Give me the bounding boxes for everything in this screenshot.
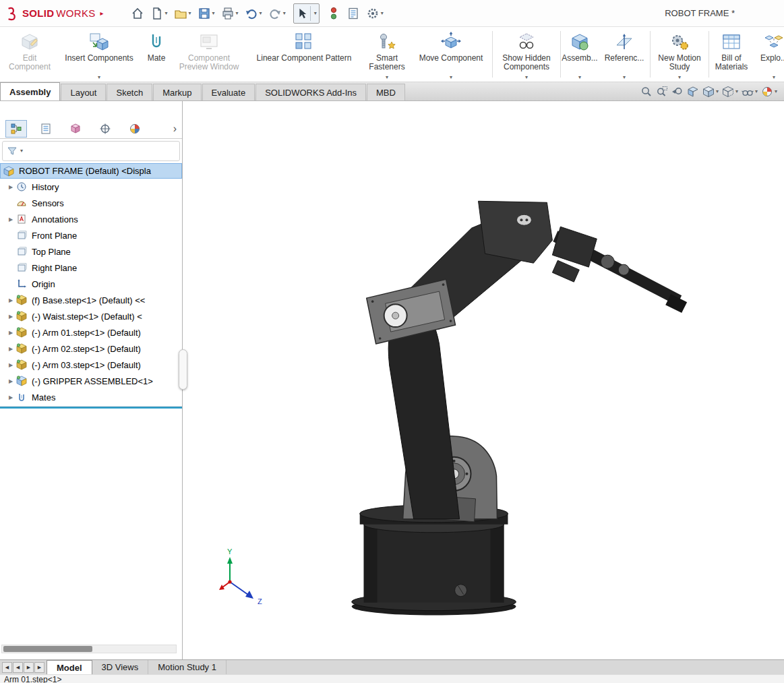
expand-arrow-icon[interactable]: ▶ bbox=[5, 346, 16, 352]
tab-evaluate[interactable]: Evaluate bbox=[202, 84, 255, 100]
task-list-button[interactable] bbox=[344, 3, 363, 24]
select-tool-button[interactable]: ▾ bbox=[293, 3, 320, 24]
undo-button[interactable]: ▾ bbox=[242, 3, 265, 24]
new-document-button[interactable]: ▾ bbox=[148, 3, 171, 24]
home-button[interactable] bbox=[128, 3, 147, 24]
ribbon-bill-of-materials-button[interactable]: Bill of Materials bbox=[709, 27, 754, 82]
interference-check-button[interactable] bbox=[324, 3, 343, 24]
tree-item-mates[interactable]: ▶ Mates bbox=[0, 389, 182, 405]
previous-view-button[interactable] bbox=[671, 86, 684, 98]
tab-feature-manager-tree[interactable] bbox=[5, 120, 27, 138]
tree-item-top-plane[interactable]: Top Plane bbox=[0, 243, 182, 260]
dropdown-caret-icon[interactable]: ▾ bbox=[755, 89, 758, 94]
dropdown-caret-icon[interactable]: ▾ bbox=[314, 11, 317, 16]
dropdown-caret-icon[interactable]: ▾ bbox=[212, 11, 215, 16]
save-button[interactable]: ▾ bbox=[195, 3, 218, 24]
robot-arm-assembly[interactable] bbox=[352, 201, 687, 615]
scrollbar-thumb[interactable] bbox=[3, 646, 92, 652]
tab-display-manager[interactable] bbox=[124, 120, 146, 138]
zoom-to-fit-button[interactable] bbox=[640, 86, 653, 98]
options-button[interactable]: ▾ bbox=[363, 3, 386, 24]
dropdown-caret-icon[interactable]: ▾ bbox=[716, 89, 719, 94]
graphics-viewport[interactable]: Y Z bbox=[183, 101, 784, 659]
dropdown-caret-icon[interactable]: ▾ bbox=[381, 11, 384, 16]
tree-item-arm-03-step[interactable]: ▶ (-) Arm 03.step<1> (Default) bbox=[0, 357, 182, 373]
section-view-button[interactable] bbox=[687, 86, 699, 98]
dropdown-caret-icon[interactable]: ▾ bbox=[735, 89, 738, 94]
tree-item-right-plane[interactable]: Right Plane bbox=[0, 260, 182, 276]
tab-property-manager[interactable] bbox=[35, 120, 57, 138]
hide-show-items-button[interactable]: ▾ bbox=[742, 86, 758, 98]
redo-button[interactable]: ▾ bbox=[266, 3, 289, 24]
last-tab-button[interactable]: ▶ bbox=[34, 662, 44, 673]
ribbon-exploded-view-button[interactable]: Explo... bbox=[754, 27, 784, 82]
tree-item-sensors[interactable]: Sensors bbox=[0, 195, 182, 211]
panel-horizontal-scrollbar[interactable] bbox=[1, 645, 177, 653]
brand-expand-icon[interactable]: ▸ bbox=[100, 9, 104, 17]
expand-arrow-icon[interactable]: ▶ bbox=[5, 362, 16, 368]
dropdown-caret-icon[interactable]: ▾ bbox=[236, 11, 239, 16]
tree-item-arm-01-step[interactable]: ▶ (-) Arm 01.step<1> (Default) bbox=[0, 324, 182, 340]
tree-item-history[interactable]: ▶ History bbox=[0, 179, 182, 195]
ribbon-smart-fasteners-button[interactable]: Smart Fasteners bbox=[364, 27, 410, 82]
ribbon-insert-components-button[interactable]: Insert Components bbox=[59, 27, 139, 82]
ribbon-reference-geometry-button[interactable]: Referenc... bbox=[599, 27, 650, 82]
expand-arrow-icon[interactable]: ▶ bbox=[5, 216, 16, 222]
tab-sketch[interactable]: Sketch bbox=[107, 84, 152, 100]
ribbon-mate-button[interactable]: Mate bbox=[139, 27, 174, 82]
tab-configuration-manager[interactable] bbox=[65, 120, 86, 138]
expand-arrow-icon[interactable]: ▶ bbox=[5, 378, 16, 384]
tree-item-gripper-assembled[interactable]: ▶ (-) GRIPPER ASSEMBLED<1> bbox=[0, 373, 182, 389]
tab-model[interactable]: Model bbox=[47, 660, 92, 674]
panel-vertical-scrollbar[interactable] bbox=[179, 349, 187, 390]
tree-item-base-step[interactable]: ▶ (f) Base.step<1> (Default) << bbox=[0, 292, 182, 308]
3ds-logo-icon bbox=[5, 6, 20, 21]
expand-arrow-icon[interactable]: ▶ bbox=[5, 394, 16, 400]
tree-root-robot-frame[interactable]: ROBOT FRAME (Default) <Displa bbox=[0, 163, 182, 179]
tab-mbd[interactable]: MBD bbox=[367, 84, 405, 100]
expand-arrow-icon[interactable]: ▶ bbox=[5, 297, 16, 303]
ribbon-show-hidden-components-button[interactable]: Show Hidden Components bbox=[493, 27, 560, 82]
tree-filter[interactable]: ▾ bbox=[2, 141, 180, 161]
tab-solidworks-add-ins[interactable]: SOLIDWORKS Add-Ins bbox=[255, 84, 366, 100]
annotations-icon bbox=[16, 214, 28, 225]
tab-layout[interactable]: Layout bbox=[61, 84, 106, 100]
tab-dimxpert-manager[interactable] bbox=[94, 120, 116, 138]
view-orientation-button[interactable]: ▾ bbox=[702, 86, 719, 98]
next-tab-button[interactable]: ▶ bbox=[24, 662, 34, 673]
expand-arrow-icon[interactable]: ▶ bbox=[5, 330, 16, 336]
dropdown-caret-icon[interactable]: ▾ bbox=[775, 89, 777, 94]
tab-markup[interactable]: Markup bbox=[153, 84, 201, 100]
ribbon-new-motion-study-button[interactable]: New Motion Study bbox=[651, 27, 708, 82]
ribbon-linear-component-pattern-button[interactable]: Linear Component Pattern bbox=[244, 27, 364, 82]
tree-item-annotations[interactable]: ▶ Annotations bbox=[0, 211, 182, 227]
z-axis-arrow-icon bbox=[245, 591, 253, 599]
ribbon-assembly-features-button[interactable]: Assemb... bbox=[561, 27, 599, 82]
rollback-bar[interactable] bbox=[0, 407, 182, 409]
dropdown-caret-icon[interactable]: ▾ bbox=[189, 11, 191, 16]
tab-assembly[interactable]: Assembly bbox=[0, 82, 60, 100]
expand-arrow-icon[interactable]: ▶ bbox=[5, 184, 16, 190]
zoom-to-area-button[interactable] bbox=[656, 86, 668, 98]
tab-motion-study-1[interactable]: Motion Study 1 bbox=[148, 660, 227, 674]
edit-appearance-button[interactable]: ▾ bbox=[761, 86, 777, 98]
tree-item-origin[interactable]: Origin bbox=[0, 276, 182, 292]
tab-3d-views[interactable]: 3D Views bbox=[92, 660, 149, 674]
dropdown-caret-icon[interactable]: ▾ bbox=[20, 148, 23, 154]
dropdown-caret-icon[interactable]: ▾ bbox=[260, 11, 262, 16]
panel-expand-arrow[interactable]: › bbox=[173, 123, 177, 134]
first-tab-button[interactable]: ◀ bbox=[2, 662, 12, 673]
prev-tab-button[interactable]: ◀ bbox=[13, 662, 23, 673]
ribbon-component-preview-window-button[interactable]: Component Preview Window bbox=[174, 27, 244, 82]
dropdown-caret-icon[interactable]: ▾ bbox=[283, 11, 286, 16]
ribbon-edit-component-button[interactable]: Edit Component bbox=[0, 27, 59, 82]
open-button[interactable]: ▾ bbox=[171, 3, 194, 24]
dropdown-caret-icon[interactable]: ▾ bbox=[165, 11, 168, 16]
tree-item-front-plane[interactable]: Front Plane bbox=[0, 227, 182, 243]
display-style-button[interactable]: ▾ bbox=[722, 86, 738, 98]
tree-item-arm-02-step[interactable]: ▶ (-) Arm 02.step<1> (Default) bbox=[0, 340, 182, 357]
tree-item-waist-step[interactable]: ▶ (-) Waist.step<1> (Default) < bbox=[0, 308, 182, 324]
print-button[interactable]: ▾ bbox=[218, 3, 241, 24]
ribbon-move-component-button[interactable]: Move Component bbox=[410, 27, 492, 82]
expand-arrow-icon[interactable]: ▶ bbox=[5, 314, 16, 320]
